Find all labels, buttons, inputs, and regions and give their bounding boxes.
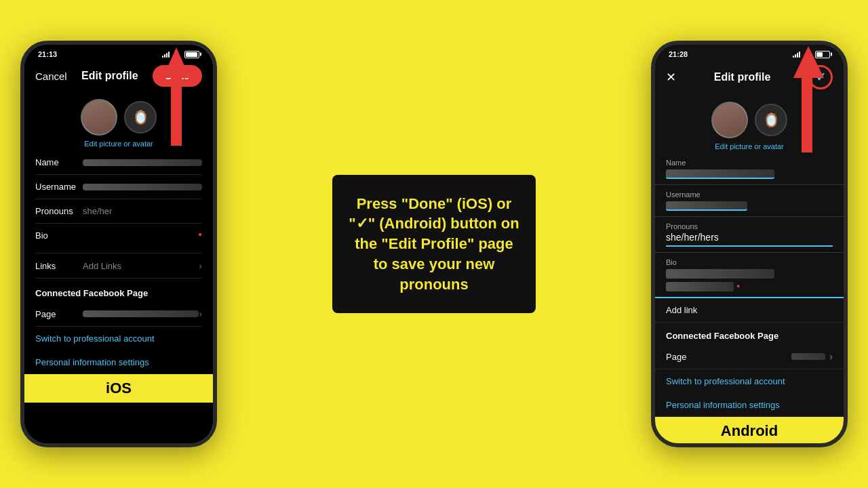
ios-label-text: iOS	[106, 380, 132, 396]
android-page-title: Edit profile	[714, 71, 771, 83]
android-status-bar: 21:28 ▲	[655, 45, 844, 61]
instruction-box: Press "Done" (iOS) or "✓" (Android) butt…	[332, 175, 536, 313]
ios-label-box: iOS	[24, 374, 213, 403]
android-personal-info[interactable]: Personal information settings	[655, 393, 844, 417]
ios-phone: 21:13 ▲	[20, 41, 217, 447]
android-pronouns-label: Pronouns	[666, 222, 833, 230]
connected-fb-section-ios: Connected Facebook Page	[24, 279, 213, 302]
android-avatar-emoji-icon: 🪞	[763, 112, 780, 128]
android-bio-label: Bio	[666, 258, 833, 266]
cancel-button[interactable]: Cancel	[35, 70, 67, 82]
check-icon: ✓	[816, 70, 826, 85]
chevron-right-icon: ›	[199, 260, 202, 271]
android-wifi-icon: ▲	[804, 51, 810, 58]
android-time: 21:28	[669, 50, 688, 58]
edit-picture-link[interactable]: Edit picture or avatar	[84, 140, 153, 148]
ios-page-row-wrapper: Page ›	[24, 302, 213, 327]
links-label: Links	[35, 261, 83, 271]
android-avatar-section: 🪞 Edit picture or avatar	[655, 96, 844, 153]
connected-fb-header-ios: Connected Facebook Page	[35, 288, 148, 298]
ios-page-title: Edit profile	[81, 70, 138, 82]
android-check-button[interactable]: ✓	[808, 65, 833, 89]
android-username-value[interactable]	[666, 201, 747, 211]
avatar-row: 🪞	[81, 99, 157, 136]
pronouns-value[interactable]: she/her	[83, 206, 202, 216]
username-value[interactable]	[83, 184, 202, 190]
android-bio-line1	[666, 269, 774, 279]
android-connected-fb-header: Connected Facebook Page	[655, 323, 844, 344]
ios-phone-wrapper: 21:13 ▲	[20, 41, 217, 447]
android-phone-wrapper: 21:28 ▲	[651, 41, 848, 447]
android-avatar-icon-button[interactable]: 🪞	[755, 104, 787, 136]
add-links-value: Add Links	[83, 261, 199, 271]
battery-icon	[184, 51, 199, 58]
signal-icon	[162, 51, 170, 58]
name-row: Name	[35, 150, 202, 175]
bio-counter: ●	[198, 230, 202, 238]
wifi-icon: ▲	[173, 51, 180, 58]
android-connected-fb-text: Connected Facebook Page	[666, 331, 778, 341]
android-pronouns-value[interactable]: she/her/hers	[666, 232, 833, 247]
android-label-box: Android	[655, 417, 844, 443]
android-battery-icon	[815, 51, 830, 58]
android-page-chevron: ›	[829, 351, 833, 362]
android-bio-counter: ●	[736, 283, 740, 289]
links-row[interactable]: Links Add Links ›	[35, 253, 202, 279]
ios-switch-pro[interactable]: Switch to professional account	[24, 327, 213, 350]
android-bio-row: Bio ●	[655, 253, 844, 298]
ios-form-section: Name Username Pronouns she/her Bio	[24, 150, 213, 279]
android-add-link: Add link	[666, 305, 697, 315]
android-name-value[interactable]	[666, 169, 774, 179]
android-label-text: Android	[721, 422, 778, 439]
android-form-section: Name Username Pronouns she/her/hers Bio	[655, 153, 844, 417]
android-page-label: Page	[666, 352, 686, 362]
android-avatar-row: 🪞	[711, 102, 787, 138]
ios-done-button[interactable]: Done	[153, 65, 202, 87]
android-phone: 21:28 ▲	[651, 41, 848, 447]
avatar[interactable]	[81, 99, 117, 136]
android-pronouns-row: Pronouns she/her/hers	[655, 217, 844, 253]
ios-time: 21:13	[38, 50, 57, 58]
instruction-text: Press "Done" (iOS) or "✓" (Android) butt…	[349, 195, 519, 293]
android-username-row: Username	[655, 185, 844, 217]
android-username-label: Username	[666, 190, 833, 199]
android-edit-picture-link[interactable]: Edit picture or avatar	[715, 142, 784, 150]
android-status-icons: ▲	[793, 51, 830, 58]
bio-label: Bio	[35, 230, 83, 241]
ios-avatar-section: 🪞 Edit picture or avatar	[24, 94, 213, 150]
name-label: Name	[35, 157, 83, 167]
avatar-icon-button[interactable]: 🪞	[124, 101, 157, 134]
ios-personal-info[interactable]: Personal information settings	[24, 350, 213, 374]
ios-status-icons: ▲	[162, 51, 199, 58]
pronouns-row: Pronouns she/her	[35, 199, 202, 224]
ios-page-value	[83, 310, 199, 317]
ios-page-row[interactable]: Page ›	[35, 302, 202, 327]
android-page-value	[791, 353, 825, 360]
pronouns-label: Pronouns	[35, 206, 83, 216]
android-avatar[interactable]	[711, 102, 748, 138]
bio-row: Bio ●	[35, 224, 202, 253]
android-name-row: Name	[655, 153, 844, 185]
android-close-button[interactable]: ✕	[666, 70, 676, 85]
username-label: Username	[35, 182, 83, 192]
android-name-label: Name	[666, 159, 833, 167]
ios-page-chevron: ›	[199, 308, 202, 319]
ios-status-bar: 21:13 ▲	[24, 45, 213, 61]
android-nav-bar: ✕ Edit profile ✓	[655, 61, 844, 96]
android-switch-pro[interactable]: Switch to professional account	[655, 369, 844, 393]
android-page-row[interactable]: Page ›	[655, 344, 844, 369]
username-row: Username	[35, 175, 202, 199]
android-add-link-row[interactable]: Add link	[655, 298, 844, 323]
name-value[interactable]	[83, 159, 202, 166]
android-bio-line2	[666, 282, 734, 291]
avatar-emoji-icon: 🪞	[132, 109, 149, 125]
android-signal-icon	[793, 51, 800, 58]
ios-nav-bar: Cancel Edit profile Done	[24, 61, 213, 94]
ios-page-label: Page	[35, 309, 83, 319]
